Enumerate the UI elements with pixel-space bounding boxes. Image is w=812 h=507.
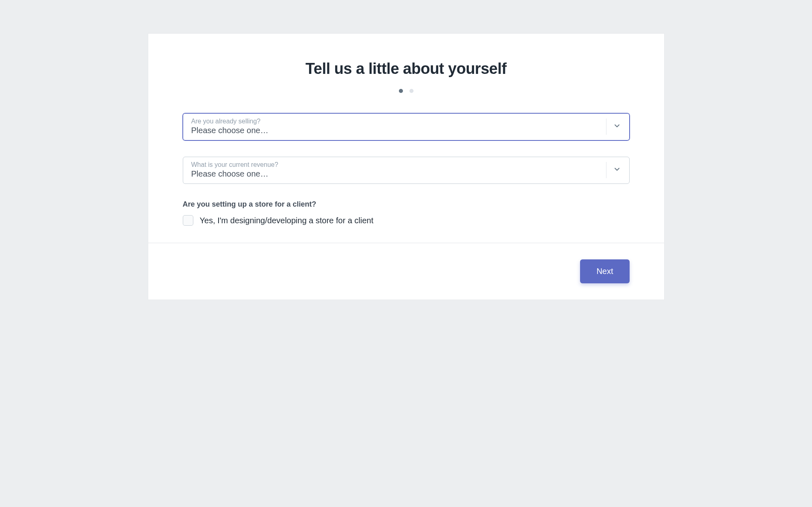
select-divider: [606, 119, 606, 135]
next-button[interactable]: Next: [580, 259, 629, 283]
select-indicator: [606, 162, 621, 178]
select-indicator: [606, 119, 621, 135]
card-header: Tell us a little about yourself: [148, 34, 664, 93]
revenue-select-label: What is your current revenue?: [191, 161, 606, 168]
page-title: Tell us a little about yourself: [183, 60, 630, 78]
card-footer: Next: [148, 243, 664, 300]
step-dot-1: [399, 89, 403, 93]
onboarding-card: Tell us a little about yourself Are you …: [148, 34, 664, 300]
client-setup-question: Are you setting up a store for a client?…: [183, 200, 630, 226]
form-body: Are you already selling? Please choose o…: [148, 113, 664, 243]
selling-select-content: Are you already selling? Please choose o…: [191, 118, 606, 135]
step-dot-2: [409, 89, 414, 93]
chevron-down-icon: [613, 165, 621, 175]
client-setup-checkbox-label: Yes, I'm designing/developing a store fo…: [200, 216, 374, 225]
selling-select-label: Are you already selling?: [191, 118, 606, 125]
revenue-select-value: Please choose one…: [191, 169, 269, 178]
selling-select[interactable]: Are you already selling? Please choose o…: [183, 113, 630, 140]
step-indicator: [183, 89, 630, 93]
chevron-down-icon: [613, 122, 621, 132]
revenue-select[interactable]: What is your current revenue? Please cho…: [183, 157, 630, 184]
select-divider: [606, 162, 606, 178]
revenue-select-content: What is your current revenue? Please cho…: [191, 161, 606, 179]
selling-select-value: Please choose one…: [191, 126, 269, 135]
client-setup-checkbox-row[interactable]: Yes, I'm designing/developing a store fo…: [183, 215, 630, 226]
client-setup-checkbox[interactable]: [183, 215, 193, 226]
client-setup-label: Are you setting up a store for a client?: [183, 200, 630, 209]
